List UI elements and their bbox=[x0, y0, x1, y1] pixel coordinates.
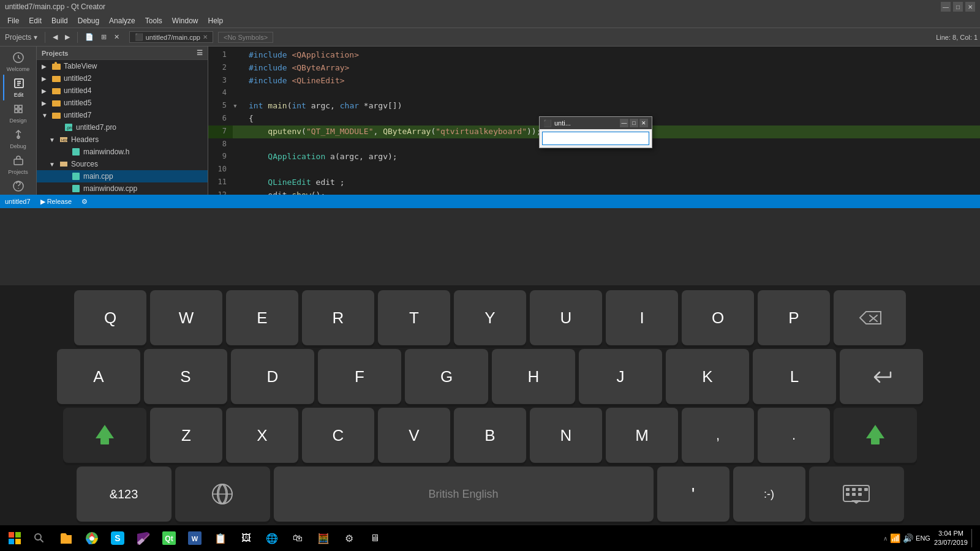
key-j[interactable]: J bbox=[579, 349, 662, 404]
key-f[interactable]: F bbox=[318, 349, 401, 404]
toolbar-split[interactable]: ⊞ bbox=[99, 32, 109, 42]
key-y[interactable]: Y bbox=[454, 290, 526, 345]
taskbar-icon-skype[interactable]: S bbox=[105, 526, 130, 550]
tree-item-sources[interactable]: ▼ Sources bbox=[37, 158, 208, 170]
taskbar-icon-browser2[interactable]: 🌐 bbox=[260, 526, 284, 550]
key-e[interactable]: E bbox=[226, 290, 298, 345]
tab-main[interactable]: ⬛ untitled7/main.cpp ✕ bbox=[129, 31, 213, 43]
key-t[interactable]: T bbox=[378, 290, 450, 345]
tree-item-mainwindow-cpp[interactable]: mainwindow.cpp bbox=[37, 182, 208, 195]
start-button[interactable] bbox=[2, 526, 27, 550]
key-space[interactable]: British English bbox=[274, 467, 654, 522]
taskbar-icon-calc[interactable]: 🧮 bbox=[311, 526, 336, 550]
dialog-text-input[interactable] bbox=[542, 132, 649, 145]
close-button[interactable]: ✕ bbox=[965, 2, 975, 12]
key-period[interactable]: . bbox=[758, 408, 830, 463]
menu-tools[interactable]: Tools bbox=[140, 15, 167, 26]
key-enter[interactable] bbox=[840, 349, 923, 404]
key-shift-right[interactable] bbox=[834, 408, 917, 463]
toolbar-back[interactable]: ◀ bbox=[50, 32, 60, 42]
expand-icon: ▶ bbox=[42, 75, 51, 82]
toolbar-close[interactable]: ✕ bbox=[111, 32, 122, 42]
taskbar-icon-word[interactable]: W bbox=[183, 526, 207, 550]
menu-build[interactable]: Build bbox=[47, 15, 73, 26]
key-o[interactable]: O bbox=[682, 290, 754, 345]
key-backspace[interactable] bbox=[834, 290, 906, 345]
dialog-close[interactable]: ✕ bbox=[639, 119, 648, 127]
tree-item-untitled2[interactable]: ▶ untitled2 bbox=[37, 72, 208, 84]
sidebar-item-welcome[interactable]: Welcome bbox=[3, 49, 34, 75]
key-apostrophe[interactable]: ' bbox=[657, 467, 729, 522]
key-emoji[interactable]: :-) bbox=[733, 467, 805, 522]
key-z[interactable]: Z bbox=[150, 408, 222, 463]
tree-item-untitled7pro[interactable]: .pro untitled7.pro bbox=[37, 121, 208, 133]
key-r[interactable]: R bbox=[302, 290, 374, 345]
tree-item-untitled7[interactable]: ▼ untitled7 bbox=[37, 109, 208, 121]
tree-item-main-cpp[interactable]: main.cpp bbox=[37, 170, 208, 182]
sidebar-item-design[interactable]: Design bbox=[3, 100, 34, 126]
taskbar-icon-files[interactable]: 📋 bbox=[208, 526, 233, 550]
key-s[interactable]: S bbox=[144, 349, 227, 404]
menu-edit[interactable]: Edit bbox=[24, 15, 47, 26]
sidebar-item-debug[interactable]: Debug bbox=[3, 126, 34, 152]
taskbar-icon-terminal[interactable]: 🖥 bbox=[363, 526, 387, 550]
maximize-button[interactable]: □ bbox=[953, 2, 963, 12]
toolbar-forward[interactable]: ▶ bbox=[62, 32, 72, 42]
taskbar-icon-vs[interactable] bbox=[131, 526, 156, 550]
tree-item-untitled5[interactable]: ▶ untitled5 bbox=[37, 97, 208, 109]
menu-help[interactable]: Help bbox=[203, 15, 228, 26]
key-l[interactable]: L bbox=[753, 349, 836, 404]
taskbar-show-desktop[interactable] bbox=[971, 529, 975, 547]
tree-item-untitled4[interactable]: ▶ untitled4 bbox=[37, 84, 208, 97]
search-button[interactable] bbox=[27, 526, 51, 550]
key-x[interactable]: X bbox=[226, 408, 298, 463]
toolbar-new-file[interactable]: 📄 bbox=[83, 32, 96, 42]
key-w[interactable]: W bbox=[150, 290, 222, 345]
key-comma[interactable]: , bbox=[682, 408, 754, 463]
taskbar-icon-qt[interactable]: Qt bbox=[157, 526, 181, 550]
taskbar-icon-settings[interactable]: ⚙ bbox=[337, 526, 361, 550]
taskbar-icon-photos[interactable]: 🖼 bbox=[234, 526, 258, 550]
key-d[interactable]: D bbox=[231, 349, 314, 404]
dialog-minimize[interactable]: — bbox=[620, 119, 628, 127]
minimize-button[interactable]: — bbox=[941, 2, 951, 12]
key-h[interactable]: H bbox=[492, 349, 575, 404]
key-p[interactable]: P bbox=[758, 290, 830, 345]
key-n[interactable]: N bbox=[530, 408, 602, 463]
key-v[interactable]: V bbox=[378, 408, 450, 463]
svg-text:HDR: HDR bbox=[61, 138, 69, 142]
key-q[interactable]: Q bbox=[74, 290, 146, 345]
key-u[interactable]: U bbox=[530, 290, 602, 345]
menu-debug[interactable]: Debug bbox=[73, 15, 104, 26]
tree-item-headers[interactable]: ▼ HDR Headers bbox=[37, 133, 208, 146]
sidebar-item-help[interactable]: Help bbox=[3, 178, 34, 195]
dialog-content bbox=[540, 129, 652, 148]
sidebar-item-projects[interactable]: Projects bbox=[3, 152, 34, 178]
dialog-maximize[interactable]: □ bbox=[630, 119, 638, 127]
tab-symbols[interactable]: <No Symbols> bbox=[218, 32, 273, 43]
key-a[interactable]: A bbox=[57, 349, 140, 404]
key-num-switch[interactable]: &123 bbox=[77, 467, 172, 522]
key-c[interactable]: C bbox=[302, 408, 374, 463]
key-shift-left[interactable] bbox=[63, 408, 146, 463]
menu-window[interactable]: Window bbox=[167, 15, 203, 26]
menu-file[interactable]: File bbox=[2, 15, 24, 26]
key-hide-keyboard[interactable] bbox=[809, 467, 904, 522]
key-k[interactable]: K bbox=[666, 349, 749, 404]
tab-main-close[interactable]: ✕ bbox=[203, 34, 208, 40]
sidebar-item-edit[interactable]: Edit bbox=[3, 75, 34, 100]
key-m[interactable]: M bbox=[606, 408, 678, 463]
taskbar-icon-store[interactable]: 🛍 bbox=[285, 526, 310, 550]
taskbar-clock[interactable]: 3:04 PM 23/07/2019 bbox=[934, 529, 968, 548]
taskbar-icon-explorer[interactable] bbox=[54, 526, 78, 550]
tree-item-mainwindow-h[interactable]: mainwindow.h bbox=[37, 146, 208, 158]
key-i[interactable]: I bbox=[606, 290, 678, 345]
taskbar-icon-chrome[interactable] bbox=[80, 526, 104, 550]
key-globe[interactable] bbox=[175, 467, 270, 522]
key-g[interactable]: G bbox=[405, 349, 488, 404]
sidebar-menu-icon[interactable]: ☰ bbox=[197, 49, 203, 57]
menu-analyze[interactable]: Analyze bbox=[104, 15, 140, 26]
taskbar-chevron[interactable]: ∧ bbox=[883, 535, 888, 542]
key-b[interactable]: B bbox=[454, 408, 526, 463]
tree-item-tableview[interactable]: ▶ TableView bbox=[37, 60, 208, 72]
